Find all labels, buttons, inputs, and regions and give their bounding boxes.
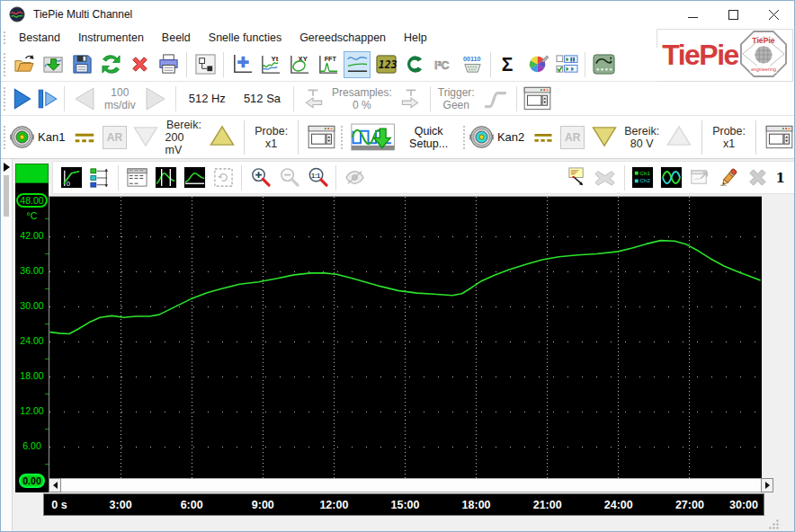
menu-instrumenten[interactable]: Instrumenten [69,30,153,46]
menu-bestand[interactable]: Bestand [10,30,69,46]
close-button[interactable] [754,1,794,28]
trace-colors-button[interactable] [658,164,685,191]
toolbar-grip[interactable] [4,31,6,44]
presamples-decrease-button [299,86,326,111]
refresh-button[interactable] [97,51,124,78]
x-axis[interactable]: 0 s3:006:009:0012:0015:0018:0021:0024:00… [43,493,764,516]
splitter-handle-icon[interactable] [4,175,9,217]
kan2-probe[interactable]: Probe: x1 [712,125,746,150]
kan1-connector-icon[interactable] [10,125,34,149]
print-button[interactable] [155,51,182,78]
minimize-button[interactable] [673,1,713,28]
add-graph-button[interactable] [228,51,255,78]
kan2-coupling-button[interactable] [531,129,555,146]
menu-beeld[interactable]: Beeld [153,30,200,46]
sample-rate[interactable]: 512 Hz [189,92,226,105]
kan1-range[interactable]: Bereik: 200 mV [165,119,203,156]
yt-graph-button[interactable]: Yt [257,51,284,78]
gauge-button[interactable] [401,51,428,78]
i2c-monitor-button[interactable]: I²C [430,51,457,78]
vertical-cursors-button[interactable] [152,164,179,191]
x-axis-label: 9:00 [252,499,274,511]
toolbar-grip[interactable] [4,53,6,76]
svg-text:1:1: 1:1 [311,173,320,179]
timebase-unit: ms/div [104,99,136,111]
menu-gereedschappen[interactable]: Gereedschappen [290,30,395,46]
source-list-button[interactable] [553,51,580,78]
quick-setup-button[interactable]: Quick Setup... [351,120,457,154]
toolbar-grip[interactable] [341,126,344,149]
active-graph-button[interactable] [344,51,371,78]
kan1-probe-value: x1 [265,137,277,150]
value-table-button[interactable] [123,164,150,191]
scroll-left-button[interactable] [49,478,61,492]
separator [585,52,585,77]
kan2-autorange-button: AR [560,126,585,149]
kan1-settings-button[interactable] [307,124,336,150]
x-axis-label: 12:00 [319,499,348,511]
meter-123-button[interactable]: 123 [372,51,399,78]
scrollbar-track[interactable] [61,478,761,492]
axis-color-indicator[interactable] [15,164,49,183]
kan2-label[interactable]: Kan2 [497,130,524,144]
toolbar-grip[interactable] [4,87,6,111]
oneshot-measurement-button[interactable] [37,87,58,111]
maximize-button[interactable] [713,1,754,28]
timebase-setting[interactable]: 100 ms/div [104,86,136,111]
instrument-settings-button[interactable] [523,85,552,111]
remove-comment-button [593,164,620,191]
window-resize-grip[interactable] [768,518,780,532]
toolbar-grip[interactable] [463,126,466,149]
legend-button[interactable]: Ch1Ch2 [630,164,657,191]
measure-instrument-button[interactable] [590,51,617,78]
kan1-range-up-button[interactable] [208,125,236,149]
trigger-label: Trigger: [438,86,475,99]
kan2-range-down-button[interactable] [590,125,619,149]
fft-graph-button[interactable]: FFT [315,51,342,78]
expand-panel-icon[interactable] [4,163,10,172]
zoom-in-button[interactable] [246,164,273,191]
sigma-functions-button[interactable]: Σ [496,51,523,78]
channel-offsets-button[interactable] [86,164,113,191]
y-axis-label: 12.00 [15,405,49,416]
open-file-button[interactable] [11,51,38,78]
svg-text:0: 0 [66,180,69,188]
add-comment-button[interactable] [564,164,591,191]
menu-snelle-functies[interactable]: Snelle functies [200,30,290,46]
y-axis[interactable]: 48.0042.0036.0030.0024.0018.0012.006.000… [15,183,49,492]
trigger-setting[interactable]: Trigger: Geen [438,86,475,111]
serial-monitor-button[interactable]: 00110 [459,51,486,78]
color-settings-button[interactable] [524,51,551,78]
record-length[interactable]: 512 Sa [244,92,281,105]
timebase-increase-button [141,85,170,112]
kan2-settings-button[interactable] [764,124,794,150]
channel1-controls: Kan1 AR Bereik: 200 mV Probe: x1 [10,119,338,156]
y-axis-label: 0.00 [15,474,49,488]
tiepie-badge-icon: TiePie engineering [739,30,788,82]
kan2-connector-icon[interactable] [469,125,494,149]
delete-button[interactable] [126,51,153,78]
axis-zero-button[interactable]: 0 [58,164,85,191]
x-axis-label: 3:00 [110,499,132,511]
toolbar-grip[interactable] [4,126,6,149]
presamples-setting[interactable]: Presamples: 0 % [332,86,392,111]
separator [223,52,224,77]
eraser-button[interactable] [716,164,743,191]
kan1-label[interactable]: Kan1 [38,130,65,144]
kan1-probe[interactable]: Probe: x1 [255,125,288,150]
scroll-right-button[interactable] [761,478,773,492]
xy-graph-button[interactable]: XY [286,51,313,78]
object-tree-button[interactable] [192,51,219,78]
graph-plot-area[interactable] [49,196,762,478]
kan1-coupling-button[interactable] [72,129,97,146]
menu-help[interactable]: Help [395,30,436,46]
start-measurement-button[interactable] [12,87,33,111]
kan2-range[interactable]: Bereik: 80 V [624,125,659,150]
zoom-one-one-button[interactable]: 1:1 [304,164,331,191]
save-button[interactable] [68,51,95,78]
panel-splitter[interactable] [1,159,13,532]
channel2-controls: Kan2 AR Bereik: 80 V Probe: x1 [469,120,795,155]
import-data-button[interactable] [40,51,67,78]
horizontal-scrollbar[interactable] [49,478,773,492]
horizontal-cursors-button[interactable] [181,164,208,191]
